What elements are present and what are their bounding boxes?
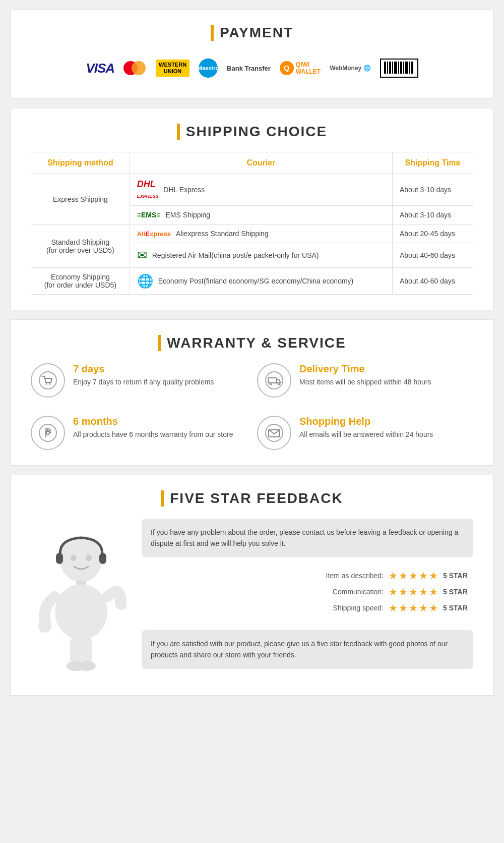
svg-point-25 — [86, 555, 92, 561]
boleto-logo: Boletol — [380, 58, 418, 78]
rating-row-shipping: Shipping speed: ★ ★ ★ ★ ★ 5 STAR — [142, 602, 473, 614]
visa-logo: VISA — [86, 58, 114, 78]
maestro-logo: Maestro — [199, 58, 218, 78]
svg-rect-1 — [387, 62, 388, 74]
warranty-item-help: Shopping Help All emails will be answere… — [257, 416, 473, 450]
economy-method-cell: Economy Shipping(for order under USD5) — [31, 268, 130, 295]
feedback-section: FIVE STAR FEEDBACK — [10, 475, 494, 696]
ratings-container: Item as described: ★ ★ ★ ★ ★ 5 STAR Comm… — [142, 566, 473, 622]
cart-icon — [31, 363, 65, 398]
western-union-logo: WESTERNUNION — [156, 58, 190, 78]
warranty-text-7days: 7 days Enjoy 7 days to return if any qua… — [73, 363, 214, 387]
svg-rect-27 — [99, 553, 106, 564]
rating-row-described: Item as described: ★ ★ ★ ★ ★ 5 STAR — [142, 570, 473, 582]
cnpost-row: ✉ Registered Air Mail(china post/e packe… — [130, 243, 392, 268]
table-row: Express Shipping DHLEXPRESS DHL Express … — [31, 174, 473, 206]
svg-rect-0 — [384, 62, 386, 74]
qiwi-logo: Q QIWIWALLET — [280, 58, 321, 78]
col-time: Shipping Time — [393, 152, 473, 174]
svg-point-14 — [49, 383, 51, 385]
dhl-row: DHLEXPRESS DHL Express — [130, 174, 392, 206]
svg-point-17 — [270, 383, 272, 385]
svg-point-19 — [39, 424, 56, 441]
shipping-section: SHIPPING CHOICE Shipping method Courier … — [10, 108, 494, 310]
payment-title: PAYMENT — [31, 25, 473, 41]
svg-rect-2 — [389, 62, 391, 74]
svg-rect-33 — [81, 637, 92, 664]
wrench-icon — [31, 416, 65, 450]
warranty-item-delivery: Delivery Time Most items will be shipped… — [257, 363, 473, 398]
title-bar-accent — [211, 25, 214, 41]
warranty-item-7days: 7 days Enjoy 7 days to return if any qua… — [31, 363, 247, 398]
svg-point-29 — [55, 584, 107, 640]
feedback-text-content: If you have any problem about the order,… — [142, 519, 473, 677]
svg-point-24 — [71, 555, 77, 561]
svg-point-12 — [39, 372, 56, 389]
svg-point-31 — [38, 620, 51, 633]
shipping-table: Shipping method Courier Shipping Time Ex… — [31, 152, 473, 295]
svg-rect-5 — [398, 62, 399, 74]
envelope-icon — [257, 416, 291, 450]
svg-rect-9 — [409, 62, 410, 74]
feedback-title: FIVE STAR FEEDBACK — [31, 490, 473, 507]
robot-figure — [31, 519, 132, 680]
svg-point-35 — [78, 661, 96, 671]
svg-rect-3 — [392, 62, 393, 74]
warranty-title: WARRANTY & SERVICE — [31, 335, 473, 351]
ali-row: AliExpress Aliexpress Standard Shipping — [130, 224, 392, 243]
svg-rect-7 — [403, 62, 404, 74]
svg-point-18 — [278, 383, 280, 385]
express-method-cell: Express Shipping — [31, 174, 130, 224]
svg-rect-10 — [411, 62, 413, 74]
warranty-text-6months: 6 months All products have 6 months warr… — [73, 416, 233, 440]
svg-rect-32 — [70, 637, 81, 664]
payment-logos-container: VISA WESTERNUNION Maestro Bank Transfer … — [31, 53, 473, 83]
table-row: Standard Shipping(for order over USD5) A… — [31, 224, 473, 243]
svg-rect-6 — [400, 62, 402, 74]
warranty-grid: 7 days Enjoy 7 days to return if any qua… — [31, 363, 473, 450]
truck-icon — [257, 363, 291, 398]
svg-rect-26 — [56, 553, 63, 564]
title-bar-accent-4 — [161, 490, 164, 507]
payment-section: PAYMENT VISA WESTERNUNION Maestro Bank T… — [10, 9, 494, 99]
feedback-content-area: If you have any problem about the order,… — [31, 519, 473, 680]
col-courier: Courier — [130, 152, 392, 174]
stars-shipping: ★ ★ ★ ★ ★ — [389, 602, 438, 614]
stars-described: ★ ★ ★ ★ ★ — [389, 570, 438, 582]
title-bar-accent-3 — [158, 335, 161, 351]
feedback-outro-bubble: If you are satisfied with our product, p… — [142, 630, 473, 669]
warranty-item-6months: 6 months All products have 6 months warr… — [31, 416, 247, 450]
feedback-intro-bubble: If you have any problem about the order,… — [142, 519, 473, 557]
webmoney-logo: WebMoney 🌐 — [330, 58, 370, 78]
stars-communication: ★ ★ ★ ★ ★ — [389, 586, 438, 598]
svg-point-13 — [46, 383, 47, 385]
mastercard-logo — [123, 58, 147, 78]
table-row: Economy Shipping(for order under USD5) 🌐… — [31, 268, 473, 295]
col-method: Shipping method — [31, 152, 130, 174]
warranty-section: WARRANTY & SERVICE 7 days Enjoy 7 days t… — [10, 319, 494, 466]
ems-row: ≡EMS≡ EMS Shipping — [130, 206, 392, 224]
rating-row-communication: Communication: ★ ★ ★ ★ ★ 5 STAR — [142, 586, 473, 598]
standard-method-cell: Standard Shipping(for order over USD5) — [31, 224, 130, 268]
bank-transfer-logo: Bank Transfer — [227, 58, 271, 78]
title-bar-accent-2 — [177, 124, 180, 140]
shipping-title: SHIPPING CHOICE — [31, 124, 473, 140]
warranty-text-help: Shopping Help All emails will be answere… — [299, 416, 433, 440]
svg-rect-4 — [394, 62, 397, 74]
svg-rect-8 — [405, 62, 408, 74]
warranty-text-delivery: Delivery Time Most items will be shipped… — [299, 363, 431, 387]
economy-row: 🌐 Economy Post(finland economy/SG econom… — [130, 268, 392, 295]
